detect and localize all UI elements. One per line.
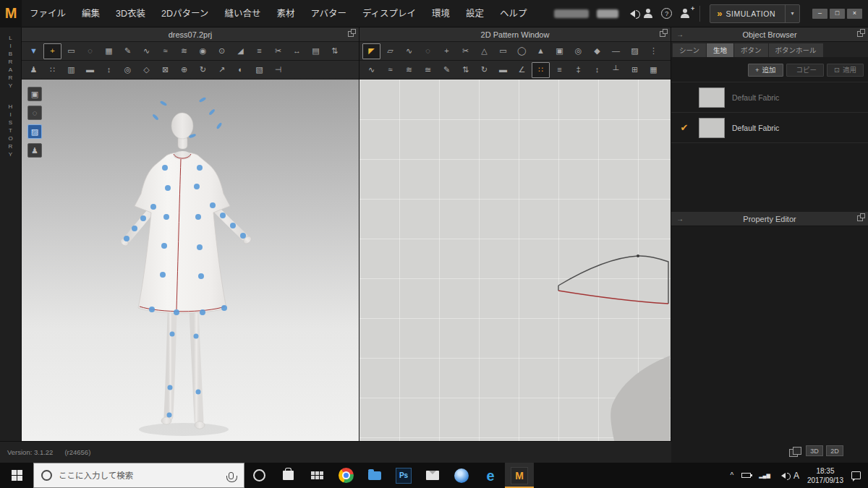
flatten-tool[interactable]: ▤ [307,43,325,59]
collapse-arrow-icon[interactable]: → [676,215,684,223]
search-input[interactable] [59,471,222,480]
camera-sync-tool[interactable]: ◐ [231,62,250,78]
network-icon[interactable]: ▂▄▆ [759,473,770,479]
show-garment-button[interactable]: ▣ [27,87,42,101]
split-windows-icon[interactable] [789,447,801,455]
tab-button[interactable]: ボタン [734,43,768,57]
iron-tool[interactable]: ▬ [494,62,512,78]
select-lasso-tool[interactable]: ◌ [81,43,99,59]
wind-tool[interactable]: ≡ [250,43,268,59]
help-icon[interactable]: ? [661,8,672,19]
library-rail-tab[interactable]: LIBRARY [7,35,14,90]
edit-sewing-tool[interactable]: ✎ [438,62,456,78]
internal-rectangle-tool[interactable]: ▣ [550,43,569,59]
pattern-canvas[interactable] [359,80,671,463]
battery-icon[interactable] [741,473,751,478]
simulate-tool[interactable]: ▼ [25,43,43,59]
volume-icon[interactable] [778,473,786,479]
clock[interactable]: 18:35 2017/09/13 [807,466,843,485]
polygon-tool[interactable]: △ [475,43,493,59]
base-line-tool[interactable]: — [607,43,625,59]
arrangement-tool[interactable]: ⇅ [326,43,344,59]
cortana-app-button[interactable] [244,463,273,488]
pin-tool[interactable]: ◉ [194,43,212,59]
pattern-layout-tool[interactable]: ⊞ [626,62,644,78]
menu-display[interactable]: ディスプレイ [354,0,424,27]
tab-fabric[interactable]: 生地 [707,43,733,57]
pen-3d-tool[interactable]: ✎ [119,43,137,59]
fabric-row-default-2[interactable]: ✔ Default Fabric [671,113,868,143]
scissors-tool[interactable]: ✂ [269,43,287,59]
zipper-tool[interactable]: ‡ [569,62,587,78]
select-mesh-tool[interactable]: ▦ [100,43,118,59]
action-center-icon[interactable] [851,471,861,479]
tape-measure-tool[interactable]: ↕ [100,62,118,78]
avatar-with-dress[interactable] [22,80,358,463]
menu-2d-pattern[interactable]: 2Dパターン [153,0,216,27]
show-sewing-points-tool[interactable]: ∷ [532,62,550,78]
ime-indicator[interactable]: A [793,471,799,481]
segment-sewing-3d-tool[interactable]: ≈ [156,43,174,59]
pose-tool[interactable]: ◇ [137,62,156,78]
show-avatar-button[interactable]: ♟ [27,143,42,158]
mail-app-button[interactable] [418,463,447,488]
internal-circle-tool[interactable]: ◎ [569,43,587,59]
minimize-button[interactable]: – [812,9,827,19]
popout-window-icon[interactable] [660,31,665,37]
grid-app-button[interactable] [302,463,331,488]
popout-window-icon[interactable] [857,31,863,37]
dart-tool[interactable]: ◆ [588,43,606,59]
seam-taping-tool[interactable]: ∠ [513,62,531,78]
menu-settings[interactable]: 設定 [458,0,492,27]
select-box-tool[interactable]: ▭ [62,43,80,59]
store-app-button[interactable] [273,463,302,488]
segment-sewing-tool[interactable]: ∿ [362,62,380,78]
circumference-tape-tool[interactable]: ◎ [119,62,137,78]
toggle-2d-window[interactable]: 2D [826,445,843,456]
grainline-tool[interactable]: ↕ [588,62,606,78]
chrome-app-button[interactable] [331,463,360,488]
sound-icon[interactable] [626,10,635,17]
menu-file[interactable]: ファイル [22,0,74,27]
measure-tool[interactable]: ↔ [288,43,306,59]
surface-texture-button[interactable]: ▨ [27,124,42,139]
menu-3d-garment[interactable]: 3D衣装 [108,0,153,27]
popout-window-icon[interactable] [348,31,354,37]
mn-free-sewing-tool[interactable]: ≅ [419,62,437,78]
edit-sewing-3d-tool[interactable]: ∿ [137,43,156,59]
bounding-volume-tool[interactable]: ▥ [62,62,80,78]
slider-tool[interactable]: ⊣ [269,62,287,78]
transform-pattern-tool[interactable]: ◤ [362,43,380,59]
arrangement-points-tool[interactable]: ∷ [43,62,61,78]
fabric-swatch[interactable] [699,87,725,108]
edit-pattern-tool[interactable]: ▱ [381,43,399,59]
photoshop-app-button[interactable]: Ps [389,463,418,488]
apply-fabric-button[interactable]: ⊡ 適用 [827,64,864,77]
notch-tool[interactable]: ┴ [607,62,625,78]
menu-help[interactable]: ヘルプ [492,0,535,27]
toggle-3d-window[interactable]: 3D [806,445,823,456]
rectangle-tool[interactable]: ▭ [494,43,512,59]
edit-curvature-tool[interactable]: ∿ [400,43,418,59]
avatar-display-tool[interactable]: ♟ [25,62,43,78]
menu-material[interactable]: 素材 [268,0,302,27]
maximize-button[interactable]: □ [830,9,845,19]
attach-pin-tool[interactable]: ⊙ [213,43,231,59]
fold-arrangement-tool[interactable]: ◢ [231,43,250,59]
blue-app-button[interactable] [447,463,476,488]
pattern-piece[interactable] [558,254,668,304]
add-fabric-button[interactable]: + 追加 [748,64,783,77]
edit-curve-point-tool[interactable]: ◌ [419,43,437,59]
edge-app-button[interactable]: e [476,463,505,488]
free-sewing-tool[interactable]: ≈ [381,62,399,78]
fold-line-tool[interactable]: ⇅ [456,62,475,78]
property-editor-header[interactable]: → Property Editor [671,212,868,226]
fabric-swatch[interactable] [699,118,725,138]
microphone-icon[interactable] [229,472,234,479]
circle-tool[interactable]: ◯ [513,43,531,59]
viewport-3d[interactable]: ▣◌▨♟ [22,80,359,463]
menu-edit[interactable]: 編集 [74,0,108,27]
mn-segment-sewing-tool[interactable]: ≋ [400,62,418,78]
simulation-button[interactable]: » SIMULATION ▾ [710,4,800,23]
folder-app-button[interactable] [360,463,389,488]
